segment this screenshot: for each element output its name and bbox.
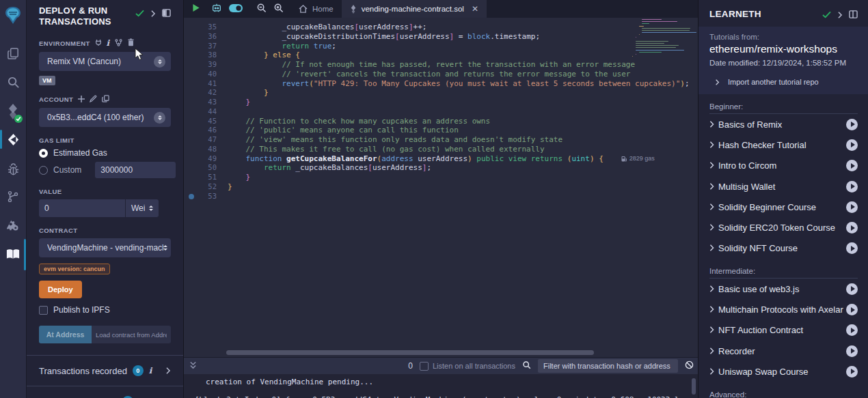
play-tutorial-button[interactable] [846, 222, 858, 233]
custom-gas-radio[interactable] [39, 166, 48, 175]
play-tutorial-button[interactable] [846, 139, 858, 151]
line-number[interactable]: 37 [184, 42, 228, 51]
copy-icon[interactable] [102, 95, 109, 104]
code-line[interactable]: 39 // If not enough time has passed, rev… [184, 60, 698, 70]
code-line[interactable]: 53 [184, 192, 698, 201]
learneth-book-icon[interactable] [0, 243, 26, 265]
tutorial-item[interactable]: Solidity ERC20 Token Course [709, 217, 858, 238]
transactions-recorded-row[interactable]: Transactions recorded 0 i [39, 356, 171, 386]
zoom-in-icon[interactable] [273, 3, 284, 16]
tutorial-item[interactable]: Intro to Circom [709, 156, 858, 176]
code-line[interactable]: 46 // 'public' means anyone can call thi… [184, 126, 698, 135]
import-tutorial-repo[interactable]: Import another tutorial repo [709, 78, 858, 86]
line-number[interactable]: 36 [184, 32, 228, 42]
copilot-toggle[interactable] [229, 3, 243, 15]
code-line[interactable]: 43 } [184, 98, 698, 107]
deploy-button[interactable]: Deploy [39, 281, 82, 298]
play-tutorial-button[interactable] [846, 119, 858, 130]
publish-ipfs-checkbox[interactable] [39, 306, 48, 315]
tutorial-item[interactable]: Solidity NFT Course [709, 238, 858, 259]
code-line[interactable]: 49 function getCupcakeBalanceFor(address… [184, 154, 698, 164]
line-number[interactable]: 52 [184, 182, 228, 192]
debugger-icon[interactable] [0, 158, 26, 180]
play-tutorial-button[interactable] [846, 324, 858, 336]
listen-checkbox[interactable] [420, 362, 429, 371]
play-tutorial-button[interactable] [846, 345, 858, 357]
line-number[interactable]: 51 [184, 173, 228, 182]
deploy-run-icon[interactable] [0, 128, 26, 150]
breakpoint-dot[interactable] [189, 194, 194, 199]
remix-logo[interactable] [0, 4, 26, 27]
terminal-collapse-icon[interactable] [189, 360, 197, 372]
line-number[interactable]: 47 [184, 135, 228, 145]
env-info-icon[interactable]: i [107, 38, 110, 48]
learneth-pin-icon[interactable] [849, 9, 858, 21]
code-editor[interactable]: 35 _cupcakeBalances[userAddress]++;36 _c… [184, 18, 698, 357]
estimated-gas-radio[interactable] [39, 149, 48, 158]
line-number[interactable]: 44 [184, 107, 228, 117]
terminal-scrollbar[interactable] [692, 378, 696, 395]
learneth-expand-icon[interactable] [837, 9, 843, 21]
transactions-expand-icon[interactable] [165, 366, 171, 376]
deployed-contracts-row[interactable]: Deployed Contracts 0 [39, 386, 171, 398]
contract-select[interactable]: VendingMachine - vending-machin [39, 238, 171, 257]
tutorial-item[interactable]: Solidity Beginner Course [709, 197, 858, 217]
settings-icon[interactable] [0, 214, 26, 236]
play-tutorial-button[interactable] [846, 366, 858, 378]
line-number[interactable]: 42 [184, 88, 228, 98]
tutorial-item[interactable]: Multichain Protocols with Axelar [709, 299, 858, 319]
code-line[interactable]: 50 return _cupcakeBalances[userAddress]; [184, 163, 698, 173]
code-line[interactable]: 45 // Function to check how many cupcake… [184, 117, 698, 126]
line-number[interactable]: 49 [184, 154, 228, 164]
tutorial-item[interactable]: Hash Checker Tutorial [709, 134, 858, 155]
play-tutorial-button[interactable] [846, 181, 858, 193]
line-number[interactable]: 48 [184, 145, 228, 154]
line-number[interactable]: 50 [184, 163, 228, 173]
at-address-button[interactable]: At Address [39, 326, 92, 343]
horizontal-scrollbar[interactable] [226, 350, 594, 355]
line-number[interactable]: 35 [184, 23, 228, 32]
search-icon[interactable] [0, 71, 26, 93]
value-input[interactable] [39, 199, 125, 217]
play-tutorial-button[interactable] [846, 283, 858, 295]
transactions-info-icon[interactable]: i [149, 366, 152, 375]
code-line[interactable]: 40 // 'revert' cancels the transaction a… [184, 70, 698, 79]
close-tab-icon[interactable]: ✕ [472, 4, 478, 14]
play-tutorial-button[interactable] [846, 304, 858, 315]
tutorial-item[interactable]: Recorder [709, 341, 858, 361]
code-line[interactable]: 37 return true; [184, 42, 698, 51]
code-line[interactable]: 51 } [184, 173, 698, 182]
line-number[interactable]: 38 [184, 51, 228, 60]
terminal-search-icon[interactable] [522, 360, 531, 372]
panel-pin-icon[interactable] [162, 8, 171, 20]
editor-minimap[interactable] [632, 18, 691, 61]
code-line[interactable]: 44 [184, 107, 698, 117]
add-account-icon[interactable] [78, 96, 85, 104]
clear-console-icon[interactable] [685, 360, 694, 372]
tab-home[interactable]: Home [290, 0, 342, 18]
plug-icon[interactable] [95, 39, 102, 48]
line-number[interactable]: 41 [184, 79, 228, 89]
line-number[interactable]: 46 [184, 126, 228, 135]
panel-expand-icon[interactable] [150, 8, 156, 20]
environment-select[interactable]: Remix VM (Cancun) [39, 52, 171, 71]
tab-vending-machine-contract[interactable]: vending-machine-contract.sol ✕ [342, 0, 487, 18]
git-icon[interactable] [0, 186, 26, 208]
terminal-output[interactable]: creation of VendingMachine pending... [b… [184, 374, 698, 398]
code-line[interactable]: 47 // 'view' means this function only re… [184, 135, 698, 145]
file-explorer-icon[interactable] [0, 42, 26, 64]
run-script-icon[interactable] [192, 3, 200, 15]
fork-icon[interactable] [115, 39, 122, 48]
value-unit-select[interactable]: Wei [126, 199, 159, 217]
custom-gas-input[interactable] [95, 162, 176, 178]
ai-copilot-icon[interactable] [211, 3, 222, 16]
tutorial-item[interactable]: Basic use of web3.js [709, 279, 858, 299]
line-number[interactable]: 45 [184, 117, 228, 126]
code-line[interactable]: 42 } [184, 88, 698, 98]
account-select[interactable]: 0x5B3...eddC4 (100 ether) [39, 108, 171, 127]
at-address-input[interactable] [92, 326, 171, 343]
line-number[interactable]: 39 [184, 60, 228, 70]
code-line[interactable]: 38 } else { [184, 51, 698, 60]
play-tutorial-button[interactable] [846, 160, 858, 171]
code-line[interactable]: 35 _cupcakeBalances[userAddress]++; [184, 23, 698, 32]
